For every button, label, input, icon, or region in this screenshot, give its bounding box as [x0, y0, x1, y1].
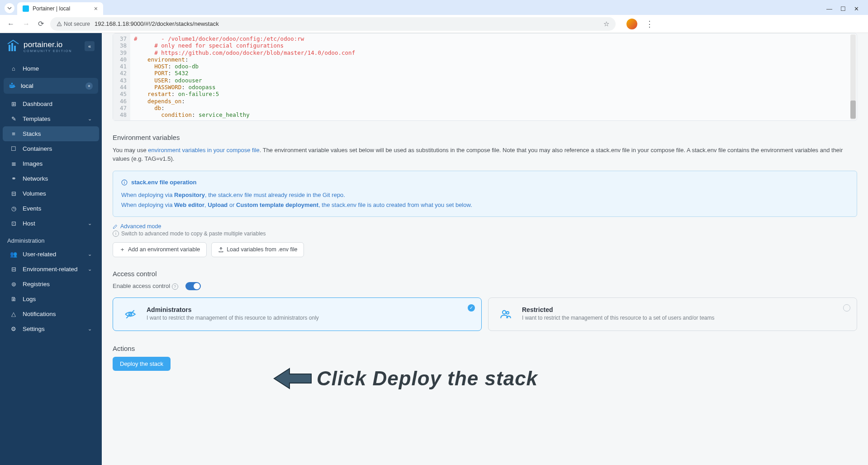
- chevron-down-icon: ⌄: [88, 326, 92, 332]
- svg-line-13: [126, 310, 134, 318]
- networks-icon: ⚭: [10, 175, 17, 182]
- environment-related-icon: ⊟: [10, 266, 17, 273]
- events-icon: ◷: [10, 205, 17, 212]
- nav-stacks[interactable]: ≡Stacks: [3, 126, 99, 141]
- forward-button[interactable]: →: [21, 18, 32, 30]
- svg-point-1: [59, 25, 60, 25]
- templates-icon: ✎: [10, 115, 17, 122]
- user-related-icon: 👥: [10, 251, 17, 258]
- actions-title: Actions: [113, 345, 857, 352]
- nav-volumes[interactable]: ⊟Volumes: [3, 186, 99, 201]
- nav-events[interactable]: ◷Events: [3, 201, 99, 216]
- registries-icon: ⊚: [10, 281, 17, 288]
- plus-icon: ＋: [119, 246, 125, 254]
- editor-scroll-thumb[interactable]: [850, 101, 856, 119]
- dashboard-icon: ⊞: [10, 101, 17, 107]
- admin-section-label: Administration: [0, 231, 102, 247]
- add-env-var-button[interactable]: ＋ Add an environment variable: [113, 242, 207, 257]
- deploy-stack-button[interactable]: Deploy the stack: [113, 357, 171, 371]
- home-icon: ⌂: [10, 65, 17, 72]
- security-indicator[interactable]: Not secure: [57, 21, 90, 27]
- volumes-icon: ⊟: [10, 190, 17, 197]
- containers-icon: ☐: [10, 145, 17, 152]
- access-card-administrators[interactable]: AdministratorsI want to restrict the man…: [113, 297, 482, 331]
- url-text: 192.168.1.18:9000/#!/2/docker/stacks/new…: [95, 20, 219, 27]
- address-bar[interactable]: Not secure 192.168.1.18:9000/#!/2/docker…: [50, 17, 616, 31]
- maximize-button[interactable]: ☐: [840, 5, 846, 12]
- close-window-button[interactable]: ✕: [854, 5, 859, 12]
- tab-close-button[interactable]: ×: [94, 5, 98, 12]
- sidebar: portainer.io COMMUNITY EDITION « ⌂ Home …: [0, 33, 102, 465]
- env-vars-description: You may use environment variables in you…: [113, 146, 857, 163]
- window-controls: — ☐ ✕: [826, 5, 864, 15]
- svg-rect-2: [9, 45, 10, 51]
- svg-rect-5: [9, 85, 11, 86]
- images-icon: ≣: [10, 160, 17, 167]
- access-control-toggle[interactable]: [185, 282, 201, 290]
- stack-env-info-box: stack.env file operation When deploying …: [113, 171, 857, 217]
- nav-settings[interactable]: ⚙Settings⌄: [3, 321, 99, 336]
- chevron-down-icon: ⌄: [88, 221, 92, 226]
- host-icon: ⊡: [10, 220, 17, 227]
- nav-dashboard[interactable]: ⊞Dashboard: [3, 96, 99, 111]
- nav-containers[interactable]: ☐Containers: [3, 141, 99, 156]
- editor-code[interactable]: # - /volume1/docker/odoo/config:/etc/odo…: [130, 34, 857, 120]
- reload-button[interactable]: ⟳: [36, 18, 46, 30]
- warning-icon: [57, 21, 62, 27]
- tab-search-button[interactable]: [5, 3, 14, 13]
- bookmark-button[interactable]: ☆: [603, 20, 609, 28]
- nav-environment-related[interactable]: ⊟Environment-related⌄: [3, 262, 99, 277]
- eye-off-icon: [122, 306, 138, 322]
- environment-name: local: [21, 82, 33, 89]
- profile-avatar[interactable]: [626, 19, 637, 29]
- access-card-restricted[interactable]: RestrictedI want to restrict the managem…: [488, 297, 857, 331]
- editor-gutter: 373839404142434445464748: [113, 34, 130, 120]
- notifications-icon: △: [10, 311, 17, 317]
- nav-home[interactable]: ⌂ Home: [3, 61, 99, 76]
- info-icon: [121, 179, 128, 186]
- back-button[interactable]: ←: [5, 18, 16, 30]
- minimize-button[interactable]: —: [826, 5, 832, 12]
- advanced-mode-link[interactable]: Advanced mode: [113, 223, 857, 230]
- nav-networks[interactable]: ⚭Networks: [3, 171, 99, 186]
- edition-label: COMMUNITY EDITION: [24, 49, 72, 53]
- sidebar-collapse-button[interactable]: «: [85, 41, 95, 51]
- env-vars-doc-link[interactable]: environment variables in your compose fi…: [148, 147, 259, 153]
- svg-rect-8: [13, 85, 14, 86]
- nav-logs[interactable]: 🗎Logs: [3, 292, 99, 307]
- svg-point-11: [124, 181, 124, 181]
- chevron-down-icon: ⌄: [88, 251, 92, 257]
- chevron-down-icon: ⌄: [88, 266, 92, 272]
- docker-icon: [9, 82, 16, 90]
- stacks-icon: ≡: [10, 130, 17, 137]
- env-vars-title: Environment variables: [113, 134, 857, 141]
- nav-notifications[interactable]: △Notifications: [3, 307, 99, 321]
- compose-editor[interactable]: 373839404142434445464748 # - /volume1/do…: [113, 33, 857, 121]
- browser-tab[interactable]: Portainer | local ×: [17, 2, 103, 15]
- nav-host[interactable]: ⊡Host⌄: [3, 216, 99, 231]
- browser-tab-strip: Portainer | local × — ☐ ✕: [0, 0, 868, 15]
- browser-toolbar: ← → ⟳ Not secure 192.168.1.18:9000/#!/2/…: [0, 15, 868, 33]
- browser-menu-button[interactable]: ⋮: [642, 19, 657, 29]
- environment-header[interactable]: local ×: [4, 78, 98, 94]
- main-content: 373839404142434445464748 # - /volume1/do…: [102, 33, 868, 465]
- help-icon[interactable]: ?: [172, 283, 178, 290]
- nav-user-related[interactable]: 👥User-related⌄: [3, 247, 99, 262]
- svg-rect-6: [11, 85, 13, 86]
- nav-images[interactable]: ≣Images: [3, 156, 99, 171]
- nav-templates[interactable]: ✎Templates⌄: [3, 111, 99, 126]
- upload-icon: [218, 247, 224, 253]
- svg-rect-4: [14, 46, 16, 51]
- access-control-title: Access control: [113, 270, 857, 278]
- favicon-icon: [23, 5, 29, 12]
- svg-rect-7: [11, 83, 13, 84]
- tab-title: Portainer | local: [33, 5, 70, 12]
- environment-close-button[interactable]: ×: [85, 82, 93, 90]
- svg-rect-3: [11, 43, 13, 51]
- chevron-down-icon: ⌄: [88, 116, 92, 122]
- svg-point-14: [503, 311, 506, 314]
- nav-registries[interactable]: ⊚Registries: [3, 277, 99, 292]
- editor-scrollbar[interactable]: [850, 34, 856, 120]
- portainer-logo-icon: [7, 39, 19, 53]
- load-env-file-button[interactable]: Load variables from .env file: [211, 242, 304, 257]
